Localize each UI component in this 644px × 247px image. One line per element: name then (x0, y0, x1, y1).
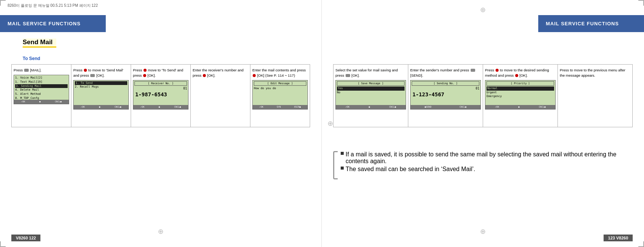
step8-text: Press to move to the desired sending met… (485, 68, 549, 77)
crosshair-bottom-left: ⊕ (158, 227, 164, 236)
step7-box: Enter the sender's number and press [SEN… (408, 65, 483, 127)
gray-btn-icon (24, 69, 29, 72)
menu-item: 1. Voice Mail[2] (15, 76, 68, 80)
corner-bl (0, 241, 6, 247)
note1-text: If a mail is saved, it is possible to se… (346, 151, 633, 165)
page-number-left: V8260 122 (11, 235, 40, 241)
menu-item: 5. Alert Method (15, 92, 68, 96)
red-dot-icon (84, 69, 87, 72)
crosshair-top-right: ⊕ (480, 6, 486, 14)
step1-screen-content: 1. Voice Mail[2] 1. Text Mail[19] 3. Sen… (14, 75, 69, 101)
screen-text: How do you do (254, 86, 306, 91)
crosshair-bottom-right: ⊕ (480, 227, 486, 236)
menu-item-selected: 1. To Send (75, 81, 127, 85)
step1-text: Press [MAIL]. (14, 68, 42, 72)
step8-screen-bar: ✓OK●CNCL● (485, 105, 555, 109)
corner-tr (638, 0, 644, 6)
notes-area: If a mail is saved, it is possible to se… (341, 151, 633, 174)
step3-screen-bar: ✓OK●CNCL● (133, 105, 188, 109)
doc-info: 8260이 플로잉 문 메뉴얼 00.5.21 5:13 PM 페이지 122 (8, 3, 98, 8)
step3-screen: [ Receiver No. ] 01 1-987-6543 ✓OK●CNCL● (133, 80, 188, 110)
step5-box: Enter the mail contents and press [OK] (… (250, 65, 310, 127)
left-header-title: MAIL SERVICE FUNCTIONS (8, 21, 80, 26)
step4-box: Enter the receiver's number and press [O… (191, 65, 250, 127)
red-dot-icon (515, 74, 518, 77)
step2-text: Press to move to 'Send Mail' and press [… (73, 68, 123, 77)
red-dot-icon (203, 74, 206, 77)
note1-row: If a mail is saved, it is possible to se… (341, 151, 633, 165)
steps-right: Select the set value for mail saving and… (333, 64, 633, 127)
step9-box: Press to move to the previous menu after… (558, 65, 632, 127)
section-title: Send Mail (23, 39, 56, 46)
menu-item: 2. Recall Msgs (75, 85, 127, 89)
step7-text: Enter the sender's number and press [SEN… (410, 68, 476, 77)
step6-box: Select the set value for mail saving and… (334, 65, 408, 127)
page-number-right: 123 V8260 (604, 235, 633, 241)
subsection-title: To Send (23, 56, 40, 61)
corner-br (638, 241, 644, 247)
left-page: 8260이 플로잉 문 메뉴얼 00.5.21 5:13 PM 페이지 122 … (0, 0, 322, 247)
step5-screen-bar: ✓OKSYNXSCR● (253, 105, 307, 109)
step2-screen-bar: ✓OK●CNCL● (74, 105, 128, 109)
step2-box: Press to move to 'Send Mail' and press [… (71, 65, 131, 127)
step8-screen-content: [ Priority ] Normal Urgent Emergency (485, 80, 555, 100)
menu-item-selected: Yes (337, 86, 405, 91)
step5-screen: [ Edit Message ] How do you do ✓OKSYNXSC… (252, 80, 308, 110)
step1-screen-bar: ✓OK●CNCL● (14, 100, 69, 104)
crosshair-mid-right: ⊕ (327, 119, 333, 128)
right-header-bar: MAIL SERVICE FUNCTIONS (538, 15, 644, 32)
screen-big-number: 1-987-6543 (134, 91, 187, 98)
menu-item: Urgent (486, 91, 554, 95)
menu-item: No (337, 91, 405, 95)
step6-screen-content: [ Save Message ] Yes No (336, 80, 406, 96)
step8-box: Press to move to the desired sending met… (483, 65, 558, 127)
screen-label: [ Save Message ] (337, 81, 405, 86)
step6-text: Select the set value for mail saving and… (335, 68, 398, 77)
right-page: MAIL SERVICE FUNCTIONS Select the set va… (322, 0, 644, 247)
note2-bullet (341, 167, 344, 170)
gray-btn-icon (471, 69, 475, 72)
page-layout: 8260이 플로잉 문 메뉴얼 00.5.21 5:13 PM 페이지 122 … (0, 0, 644, 247)
screen-big-number: 1-123-4567 (412, 91, 479, 98)
step5-screen-content: [ Edit Message ] How do you do (253, 80, 307, 91)
step2-screen: 1. To Send 2. Recall Msgs ✓OK●CNCL● (73, 80, 129, 110)
gray-btn-icon (346, 74, 350, 77)
menu-item-selected: Normal (486, 86, 554, 91)
corner-tl (0, 0, 6, 6)
step3-box: Press move to 'To Send' and press [OK]. … (131, 65, 191, 127)
note1-bullet (341, 152, 344, 155)
screen-number: 01 (412, 86, 479, 91)
menu-item: 4. Delete Mail (15, 88, 68, 92)
screen-label: [ Priority ] (486, 81, 554, 86)
screen-label: [ Receiver No. ] (134, 81, 187, 86)
step7-screen-bar: ●SENDCNCL● (411, 105, 480, 109)
right-header-title: MAIL SERVICE FUNCTIONS (546, 21, 619, 26)
step4-text: Enter the receiver's number and press [O… (193, 68, 244, 77)
menu-item: 1. Text Mail[19] (15, 80, 68, 84)
step9-text: Press to move to the previous menu after… (560, 68, 625, 77)
note2-row: The saved mail can be searched in ‘Saved… (341, 166, 633, 173)
step3-screen-content: [ Receiver No. ] 01 1-987-6543 (133, 80, 188, 99)
step6-screen-bar: ✓OK●CNCL● (336, 105, 406, 109)
step8-screen: [ Priority ] Normal Urgent Emergency ✓OK… (485, 80, 556, 110)
step1-screen: 1. Voice Mail[2] 1. Text Mail[19] 3. Sen… (14, 75, 69, 104)
step2-screen-content: 1. To Send 2. Recall Msgs (74, 80, 128, 90)
screen-number: 01 (134, 86, 187, 91)
step1-box: Press [MAIL]. 1. Voice Mail[2] 1. Text M… (12, 65, 71, 127)
screen-label: [ Edit Message ] (254, 81, 306, 86)
red-dot-icon (143, 74, 146, 77)
step3-text: Press move to 'To Send' and press [OK]. (133, 68, 183, 77)
menu-item-selected: 3. Sending Mail (15, 84, 68, 88)
notes-bracket (333, 151, 338, 179)
step7-screen-content: [ Sending No. ] 01 1-123-4567 (411, 80, 480, 99)
note2-text: The saved mail can be searched in ‘Saved… (346, 166, 475, 173)
red-dot-icon (144, 69, 147, 72)
gray-btn-icon (90, 74, 95, 77)
left-header-bar: MAIL SERVICE FUNCTIONS (0, 15, 106, 32)
step7-screen: [ Sending No. ] 01 1-123-4567 ●SENDCNCL● (410, 80, 481, 110)
red-dot-icon (496, 69, 499, 72)
red-dot-icon (253, 74, 256, 77)
step6-screen: [ Save Message ] Yes No ✓OK●CNCL● (335, 80, 406, 110)
step5-text: Enter the mail contents and press [OK] (… (252, 68, 306, 77)
steps-left: Press [MAIL]. 1. Voice Mail[2] 1. Text M… (11, 64, 310, 127)
